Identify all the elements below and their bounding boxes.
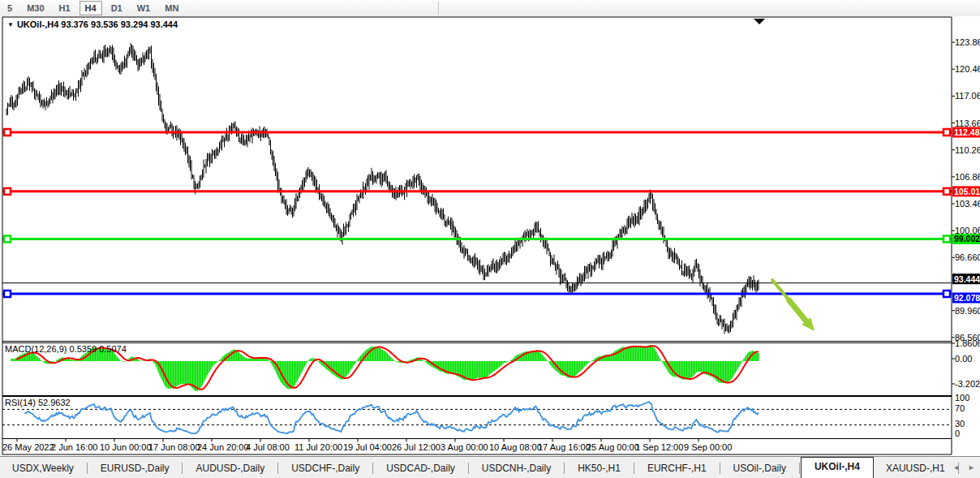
line-handle-right[interactable] <box>943 129 950 136</box>
price-tick-label: 120.460 <box>955 64 980 74</box>
price-badge-text: 99.002 <box>954 234 980 243</box>
tab-active-ukoil-h4[interactable]: UKOil-,H4 <box>801 457 874 478</box>
period-button-H4[interactable]: H4 <box>80 1 102 15</box>
line-handle-right[interactable] <box>943 188 950 195</box>
tab-audusd-daily[interactable]: AUDUSD-,Daily <box>183 459 277 477</box>
tab-eurchf-h1[interactable]: EURCHF-,H1 <box>635 459 719 477</box>
tab-scroll-left-icon[interactable]: ◄ <box>952 463 960 472</box>
period-button-D1[interactable]: D1 <box>105 1 128 15</box>
macd-tick-label: -3.2023 <box>955 379 980 389</box>
tab-divider <box>799 463 800 474</box>
tab-xauusd-h1[interactable]: XAUUSD-,H1 <box>874 459 957 477</box>
chart-background <box>0 16 980 456</box>
rsi-tick-label: 100 <box>955 393 969 403</box>
time-label: 10 Jun 00:00 <box>100 442 152 452</box>
time-label: 3 Aug 00:00 <box>441 442 488 452</box>
tab-scroll-controls: ◄ ► <box>952 463 975 472</box>
price-badge-text: 93.444 <box>954 274 980 284</box>
period-toolbar: 5M30H1H4D1W1MN <box>0 0 980 17</box>
tab-divider <box>634 463 634 474</box>
chart-area[interactable]: ▼UKOil-,H4 93.376 93.536 93.294 93.444 M… <box>0 16 980 456</box>
chart-ohlc-title: ▼UKOil-,H4 93.376 93.536 93.294 93.444 <box>7 19 178 29</box>
time-label: 17 Aug 16:00 <box>538 442 591 452</box>
period-button-5[interactable]: 5 <box>2 1 18 15</box>
price-tick-label: 123.860 <box>955 37 980 47</box>
time-label: 4 Jul 08:00 <box>246 442 290 452</box>
time-label: 9 Sep 00:00 <box>684 442 732 452</box>
tab-usoil-daily[interactable]: USOil-,Daily <box>721 459 798 477</box>
time-label: 1 Sep 12:00 <box>635 442 683 452</box>
price-tick-label: 117.060 <box>955 91 980 101</box>
tab-usdcad-daily[interactable]: USDCAD-,Daily <box>374 459 467 477</box>
macd-tick-label: 0.00 <box>955 354 972 364</box>
mt4-window: 5M30H1H4D1W1MN ▼UKOil-,H4 93.376 93.536 … <box>0 0 980 478</box>
tab-usdx-weekly[interactable]: USDX,Weekly <box>0 459 86 477</box>
period-button-W1[interactable]: W1 <box>131 1 157 15</box>
tab-scroll-right-icon[interactable]: ► <box>968 463 975 472</box>
line-handle-left[interactable] <box>4 129 11 136</box>
rsi-label: RSI(14) 52.9632 <box>5 398 71 407</box>
line-handle-left[interactable] <box>4 291 11 297</box>
tab-divider <box>468 463 469 474</box>
line-handle-left[interactable] <box>4 235 11 242</box>
time-label: 2 Jun 16:00 <box>51 442 98 452</box>
tab-divider <box>87 463 88 474</box>
time-label: 11 Jul 20:00 <box>294 442 342 452</box>
price-tick-label: 110.260 <box>955 145 980 155</box>
time-label: 26 May 2022 <box>2 442 54 452</box>
period-button-H1[interactable]: H1 <box>54 1 76 15</box>
tab-divider <box>277 463 278 474</box>
price-tick-label: 103.460 <box>955 199 980 209</box>
tab-usdcnh-daily[interactable]: USDCNH-,Daily <box>470 459 563 477</box>
price-badge-text: 112.488 <box>954 127 980 137</box>
price-badge-text: 92.078 <box>954 293 980 303</box>
rsi-tick-label: 70 <box>955 403 965 413</box>
rsi-tick-label: 30 <box>955 419 965 428</box>
ohlc-text: UKOil-,H4 93.376 93.536 93.294 93.444 <box>17 19 178 29</box>
tab-eurusd-daily[interactable]: EURUSD-,Daily <box>88 459 182 477</box>
tab-divider <box>372 463 373 474</box>
price-badge-text: 105.015 <box>954 187 980 196</box>
time-label: 17 Jun 08:00 <box>148 442 200 452</box>
symbol-dropdown-icon[interactable]: ▼ <box>7 21 14 28</box>
line-handle-left[interactable] <box>4 188 11 195</box>
chart-canvas[interactable]: 123.860120.460117.060113.660110.260106.8… <box>0 16 980 456</box>
chart-tab-bar: USDX,WeeklyEURUSD-,DailyAUDUSD-,DailyUSD… <box>0 456 980 478</box>
rsi-tick-label: 0 <box>955 428 960 438</box>
line-handle-right[interactable] <box>943 235 950 242</box>
time-label: 24 Jun 20:00 <box>197 442 249 452</box>
price-tick-label: 106.860 <box>955 172 980 182</box>
price-tick-label: 96.660 <box>955 252 980 262</box>
time-label: 19 Jul 04:00 <box>343 442 392 452</box>
tab-divider <box>564 463 565 474</box>
tab-divider <box>182 463 183 474</box>
time-label: 26 Jul 12:00 <box>392 442 441 452</box>
price-tick-label: 113.660 <box>955 118 980 128</box>
time-label: 25 Aug 00:00 <box>587 442 639 452</box>
macd-tick-label: 1.8606 <box>955 338 980 348</box>
toolbar-separator <box>438 2 440 15</box>
price-tick-label: 89.960 <box>955 306 980 316</box>
macd-label: MACD(12,26,9) 0.5359 0.5074 <box>5 344 127 354</box>
time-label: 10 Aug 08:00 <box>489 442 542 452</box>
period-button-M30[interactable]: M30 <box>21 1 49 15</box>
tab-usdchf-daily[interactable]: USDCHF-,Daily <box>279 459 372 477</box>
period-button-MN[interactable]: MN <box>159 1 184 15</box>
tab-hk50-h1[interactable]: HK50-,H1 <box>565 459 633 477</box>
tab-divider <box>720 463 720 474</box>
line-handle-right[interactable] <box>943 291 950 297</box>
